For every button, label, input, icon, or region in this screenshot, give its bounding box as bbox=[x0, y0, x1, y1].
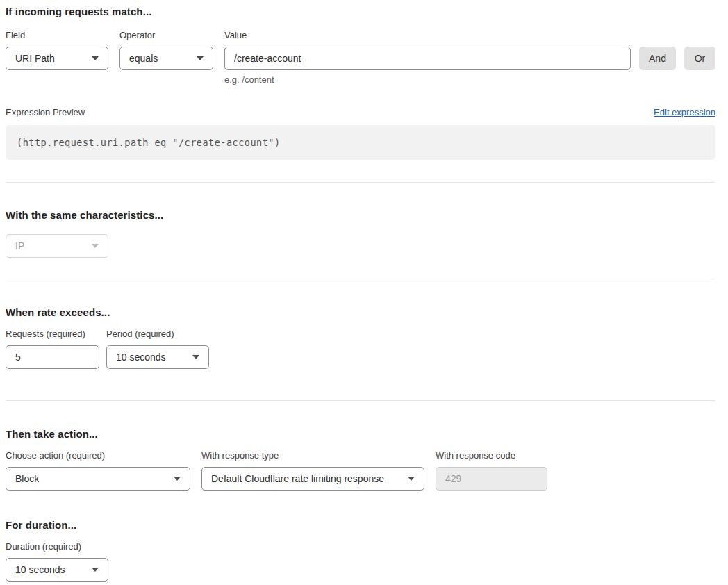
value-input[interactable] bbox=[224, 47, 631, 70]
response-code-label: With response code bbox=[436, 450, 547, 461]
response-type-select-value: Default Cloudflare rate limiting respons… bbox=[211, 473, 384, 484]
rate-section-title: When rate exceeds... bbox=[6, 306, 715, 318]
expression-preview-label: Expression Preview bbox=[6, 107, 85, 117]
rate-section: When rate exceeds... Requests (required)… bbox=[6, 306, 715, 369]
action-section: Then take action... Choose action (requi… bbox=[6, 428, 715, 491]
chevron-down-icon bbox=[92, 56, 99, 60]
duration-label: Duration (required) bbox=[6, 541, 108, 552]
section-divider bbox=[6, 400, 715, 401]
section-divider bbox=[6, 279, 715, 279]
response-code-input bbox=[436, 467, 547, 491]
duration-section-title: For duration... bbox=[6, 519, 715, 531]
match-condition-row: Field URI Path Operator equals Value e.g… bbox=[6, 30, 715, 85]
choose-action-select[interactable]: Block bbox=[6, 467, 190, 491]
and-button[interactable]: And bbox=[639, 47, 676, 70]
period-label: Period (required) bbox=[106, 329, 209, 340]
characteristics-section-title: With the same characteristics... bbox=[6, 209, 715, 221]
response-type-select[interactable]: Default Cloudflare rate limiting respons… bbox=[201, 467, 424, 491]
operator-group: Operator equals bbox=[119, 30, 213, 70]
action-section-title: Then take action... bbox=[6, 428, 715, 440]
conjunction-buttons: AndOr bbox=[639, 47, 715, 70]
chevron-down-icon bbox=[92, 568, 99, 572]
chevron-down-icon bbox=[92, 244, 99, 248]
period-select[interactable]: 10 seconds bbox=[106, 345, 209, 369]
rate-row: Requests (required) Period (required) 10… bbox=[6, 329, 715, 369]
response-code-group: With response code bbox=[436, 450, 547, 491]
operator-select[interactable]: equals bbox=[119, 47, 213, 70]
response-type-label: With response type bbox=[201, 450, 424, 461]
section-divider bbox=[6, 182, 715, 183]
duration-group: Duration (required) 10 seconds bbox=[6, 541, 108, 582]
expression-preview-box: (http.request.uri.path eq "/create-accou… bbox=[6, 125, 715, 160]
choose-action-group: Choose action (required) Block bbox=[6, 450, 190, 491]
response-type-group: With response type Default Cloudflare ra… bbox=[201, 450, 424, 491]
edit-expression-link[interactable]: Edit expression bbox=[654, 107, 715, 117]
characteristics-section: With the same characteristics... IP bbox=[6, 209, 715, 258]
action-row: Choose action (required) Block With resp… bbox=[6, 450, 715, 491]
field-label: Field bbox=[6, 30, 108, 41]
requests-group: Requests (required) bbox=[6, 329, 99, 369]
characteristic-select: IP bbox=[6, 234, 108, 258]
characteristic-select-value: IP bbox=[15, 240, 24, 252]
duration-section: For duration... Duration (required) 10 s… bbox=[6, 519, 715, 582]
chevron-down-icon bbox=[192, 355, 199, 359]
chevron-down-icon bbox=[408, 477, 415, 481]
match-section-title: If incoming requests match... bbox=[6, 6, 715, 17]
requests-label: Requests (required) bbox=[6, 329, 99, 340]
expression-preview-header: Expression Preview Edit expression bbox=[6, 107, 715, 117]
period-group: Period (required) 10 seconds bbox=[106, 329, 209, 369]
operator-label: Operator bbox=[119, 30, 213, 41]
field-select[interactable]: URI Path bbox=[6, 47, 108, 70]
value-group: Value e.g. /content bbox=[224, 30, 631, 85]
duration-select[interactable]: 10 seconds bbox=[6, 558, 108, 582]
or-button[interactable]: Or bbox=[684, 47, 715, 70]
requests-input[interactable] bbox=[6, 345, 99, 369]
field-group: Field URI Path bbox=[6, 30, 108, 70]
chevron-down-icon bbox=[174, 477, 181, 481]
duration-select-value: 10 seconds bbox=[15, 564, 65, 575]
choose-action-select-value: Block bbox=[15, 473, 39, 484]
value-label: Value bbox=[224, 30, 631, 41]
field-select-value: URI Path bbox=[15, 53, 55, 64]
chevron-down-icon bbox=[197, 56, 204, 60]
match-section: If incoming requests match... Field URI … bbox=[6, 6, 715, 160]
period-select-value: 10 seconds bbox=[116, 352, 166, 363]
choose-action-label: Choose action (required) bbox=[6, 450, 190, 461]
operator-select-value: equals bbox=[129, 53, 158, 64]
value-hint: e.g. /content bbox=[224, 74, 631, 85]
expression-text: (http.request.uri.path eq "/create-accou… bbox=[17, 137, 281, 148]
